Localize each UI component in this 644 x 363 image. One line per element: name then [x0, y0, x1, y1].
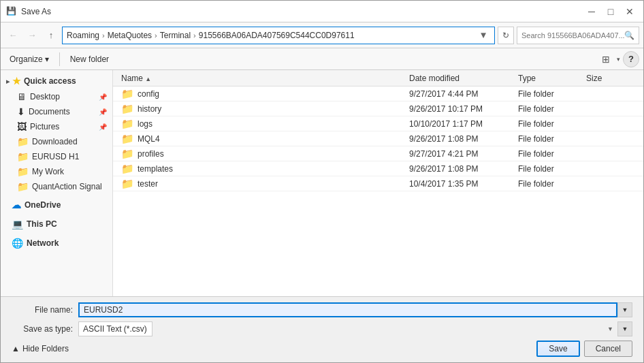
sidebar: ▸ ★ Quick access 🖥 Desktop 📌 ⬇ Documents…	[1, 70, 113, 296]
search-input[interactable]	[521, 31, 624, 40]
file-type: File folder	[515, 119, 583, 129]
col-type-header[interactable]: Type	[515, 74, 583, 83]
folder-icon: 📁	[121, 118, 134, 130]
pin-icon: 📌	[99, 93, 107, 101]
table-row[interactable]: 📁 profiles 9/27/2017 4:21 PM File folder	[113, 146, 643, 161]
sidebar-desktop-label: Desktop	[30, 92, 60, 101]
network-header[interactable]: 🌐 Network	[1, 235, 112, 251]
quick-access-header[interactable]: ▸ ★ Quick access	[1, 73, 112, 89]
onedrive-icon: ☁	[12, 200, 21, 210]
thispc-header[interactable]: 💻 This PC	[1, 216, 112, 232]
title-bar: 💾 Save As ─ □ ✕	[1, 1, 643, 22]
organize-label: Organize	[10, 54, 43, 64]
file-name-cell: 📁 config	[118, 88, 406, 100]
hide-folders-button[interactable]: ▲ Hide Folders	[12, 344, 69, 353]
quick-access-section: ▸ ★ Quick access 🖥 Desktop 📌 ⬇ Documents…	[1, 73, 112, 194]
saveastype-dropdown-button[interactable]: ▼	[617, 321, 632, 336]
filename-row: File name: ▼	[12, 302, 632, 317]
file-date: 9/26/2017 1:08 PM	[406, 134, 515, 144]
col-name-label: Name	[121, 74, 143, 83]
sidebar-item-documents[interactable]: ⬇ Documents 📌	[1, 104, 112, 119]
col-size-label: Size	[586, 74, 602, 83]
sidebar-mywork-label: My Work	[32, 167, 64, 176]
sidebar-documents-label: Documents	[29, 107, 70, 116]
sidebar-item-pictures[interactable]: 🖼 Pictures 📌	[1, 119, 112, 134]
breadcrumb-terminal[interactable]: Terminal	[160, 31, 191, 40]
saveastype-select[interactable]: ASCII Text (*.csv)	[78, 321, 152, 336]
sidebar-item-mywork[interactable]: 📁 My Work	[1, 164, 112, 179]
sidebar-item-eurusd[interactable]: 📁 EURUSD H1	[1, 149, 112, 164]
sidebar-item-quantaction[interactable]: 📁 QuantAction Signal	[1, 179, 112, 194]
sidebar-eurusd-label: EURUSD H1	[32, 152, 79, 161]
network-section: 🌐 Network	[1, 235, 112, 251]
breadcrumb-roaming[interactable]: Roaming	[67, 31, 99, 40]
hide-folders-label: Hide Folders	[22, 344, 69, 353]
file-name-cell: 📁 tester	[118, 178, 406, 190]
network-icon: 🌐	[12, 238, 23, 249]
maximize-button[interactable]: □	[602, 3, 619, 20]
col-size-header[interactable]: Size	[583, 74, 638, 83]
onedrive-label: OneDrive	[25, 200, 61, 210]
refresh-button[interactable]: ↻	[498, 27, 514, 44]
folder-icon: 📁	[121, 148, 134, 160]
file-date: 9/26/2017 1:08 PM	[406, 164, 515, 174]
file-name: logs	[138, 119, 152, 129]
table-row[interactable]: 📁 templates 9/26/2017 1:08 PM File folde…	[113, 161, 643, 176]
table-row[interactable]: 📁 logs 10/10/2017 1:17 PM File folder	[113, 116, 643, 131]
cancel-label: Cancel	[596, 344, 621, 353]
file-name: config	[138, 89, 159, 99]
thispc-label: This PC	[27, 219, 57, 229]
save-as-dialog: 💾 Save As ─ □ ✕ ← → ↑ Roaming › MetaQuot…	[0, 0, 644, 363]
col-date-label: Date modified	[409, 74, 460, 83]
new-folder-label: New folder	[70, 54, 109, 64]
table-row[interactable]: 📁 history 9/26/2017 10:17 PM File folder	[113, 101, 643, 116]
breadcrumb: Roaming › MetaQuotes › Terminal › 915566…	[67, 31, 477, 40]
quick-access-star-icon: ★	[12, 76, 21, 86]
onedrive-header[interactable]: ☁ OneDrive	[1, 197, 112, 213]
toolbar: Organize ▾ New folder ⊞ ▾ ?	[1, 48, 643, 70]
filename-dropdown-button[interactable]: ▼	[617, 302, 632, 317]
toolbar-separator	[59, 52, 60, 66]
save-button[interactable]: Save	[536, 341, 579, 357]
action-row: ▲ Hide Folders Save Cancel	[12, 341, 632, 357]
file-rows-container: 📁 config 9/27/2017 4:44 PM File folder 📁…	[113, 86, 643, 191]
close-button[interactable]: ✕	[622, 3, 638, 20]
organize-button[interactable]: Organize ▾	[5, 52, 54, 66]
file-name: tester	[138, 179, 158, 189]
forward-button[interactable]: →	[24, 27, 40, 44]
view-button[interactable]: ⊞	[598, 51, 614, 67]
back-button[interactable]: ←	[5, 27, 21, 44]
file-date: 9/26/2017 10:17 PM	[406, 104, 515, 114]
breadcrumb-metaquotes[interactable]: MetaQuotes	[108, 31, 152, 40]
filename-input[interactable]	[78, 302, 617, 317]
up-button[interactable]: ↑	[43, 27, 59, 44]
table-row[interactable]: 📁 config 9/27/2017 4:44 PM File folder	[113, 86, 643, 101]
address-path[interactable]: Roaming › MetaQuotes › Terminal › 915566…	[62, 27, 495, 44]
cancel-button[interactable]: Cancel	[584, 341, 632, 357]
window-icon: 💾	[6, 6, 17, 17]
col-name-header[interactable]: Name ▲	[118, 74, 406, 83]
table-row[interactable]: 📁 MQL4 9/26/2017 1:08 PM File folder	[113, 131, 643, 146]
saveastype-row: Save as type: ASCII Text (*.csv) ▼	[12, 321, 632, 336]
organize-chevron-icon: ▾	[45, 54, 49, 64]
address-dropdown-button[interactable]: ▼	[477, 27, 490, 44]
table-row[interactable]: 📁 tester 10/4/2017 1:35 PM File folder	[113, 176, 643, 191]
file-date: 10/10/2017 1:17 PM	[406, 119, 515, 129]
file-name-cell: 📁 history	[118, 103, 406, 115]
help-button[interactable]: ?	[623, 51, 639, 67]
minimize-button[interactable]: ─	[583, 3, 600, 20]
file-name-cell: 📁 MQL4	[118, 133, 406, 145]
saveastype-label: Save as type:	[12, 324, 73, 334]
sidebar-item-downloaded[interactable]: 📁 Downloaded	[1, 134, 112, 149]
sidebar-item-desktop[interactable]: 🖥 Desktop 📌	[1, 89, 112, 104]
breadcrumb-hash[interactable]: 915566BA06ADA407569C544CC0D97611	[199, 31, 355, 40]
col-type-label: Type	[518, 74, 536, 83]
pin-icon-2: 📌	[99, 108, 107, 116]
save-label: Save	[549, 344, 567, 353]
new-folder-button[interactable]: New folder	[65, 52, 114, 66]
col-date-header[interactable]: Date modified	[406, 74, 515, 83]
file-name: MQL4	[138, 134, 160, 144]
file-type: File folder	[515, 104, 583, 114]
sort-asc-icon: ▲	[145, 76, 151, 82]
folder-eurusd-icon: 📁	[17, 151, 29, 162]
